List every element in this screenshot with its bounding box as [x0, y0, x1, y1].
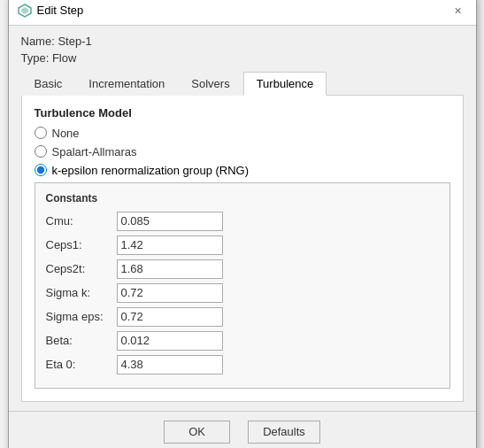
const-input-cmu[interactable] [117, 212, 223, 231]
const-row-cmu: Cmu: [46, 212, 439, 231]
step-name-row: Name: Step-1 [21, 35, 464, 48]
radio-none[interactable] [35, 127, 47, 139]
const-label-sigmaeps: Sigma eps: [46, 310, 117, 323]
const-label-cmu: Cmu: [46, 214, 117, 228]
const-row-ceps1: Ceps1: [46, 236, 439, 255]
const-input-sigmaeps[interactable] [117, 307, 223, 327]
turbulence-section-title: Turbulence Model [35, 106, 450, 120]
tab-content-turbulence: Turbulence Model None Spalart-Allmaras k… [21, 96, 464, 402]
const-row-ceps2t: Ceps2t: [46, 259, 439, 279]
app-icon [18, 4, 32, 18]
title-bar-left: Edit Step [18, 4, 84, 18]
radio-kepsilon-row: k-epsilon renormalization group (RNG) [35, 164, 450, 177]
const-label-ceps1: Ceps1: [46, 238, 117, 251]
ok-button[interactable]: OK [164, 421, 230, 444]
tabs-bar: Basic Incrementation Solvers Turbulence [21, 72, 464, 96]
dialog-footer: OK Defaults [9, 411, 476, 449]
radio-kepsilon-label[interactable]: k-epsilon renormalization group (RNG) [52, 164, 250, 177]
constants-box: Constants Cmu: Ceps1: Ceps2t: Sigma k: [35, 182, 450, 389]
const-input-ceps1[interactable] [117, 236, 223, 255]
dialog-title: Edit Step [37, 4, 84, 17]
const-row-eta0: Eta 0: [46, 355, 439, 375]
radio-none-row: None [35, 127, 450, 140]
const-row-sigmak: Sigma k: [46, 283, 439, 303]
const-label-ceps2t: Ceps2t: [46, 262, 117, 275]
radio-kepsilon[interactable] [35, 164, 47, 176]
name-value: Step-1 [58, 35, 91, 48]
const-row-sigmaeps: Sigma eps: [46, 307, 439, 327]
edit-step-dialog: Edit Step × Name: Step-1 Type: Flow Basi… [8, 0, 477, 448]
const-label-eta0: Eta 0: [46, 358, 117, 371]
defaults-button[interactable]: Defaults [248, 421, 320, 444]
const-row-beta: Beta: [46, 331, 439, 351]
const-input-sigmak[interactable] [117, 283, 223, 303]
radio-spalart-row: Spalart-Allmaras [35, 145, 450, 158]
name-label: Name: [21, 35, 55, 48]
radio-spalart-label[interactable]: Spalart-Allmaras [52, 145, 137, 158]
const-input-ceps2t[interactable] [117, 259, 223, 279]
tab-turbulence[interactable]: Turbulence [243, 72, 327, 96]
type-label: Type: [21, 51, 50, 65]
tab-incrementation[interactable]: Incrementation [75, 72, 178, 96]
type-value: Flow [52, 51, 76, 65]
const-label-sigmak: Sigma k: [46, 286, 117, 299]
const-input-beta[interactable] [117, 331, 223, 351]
tab-basic[interactable]: Basic [21, 72, 76, 96]
step-type-row: Type: Flow [21, 51, 464, 65]
dialog-body: Name: Step-1 Type: Flow Basic Incrementa… [9, 26, 476, 411]
title-bar: Edit Step × [9, 0, 476, 26]
radio-none-label[interactable]: None [52, 127, 80, 140]
svg-marker-1 [21, 7, 28, 14]
tab-solvers[interactable]: Solvers [178, 72, 242, 96]
constants-title: Constants [46, 192, 439, 205]
close-button[interactable]: × [449, 2, 467, 19]
radio-spalart[interactable] [35, 145, 47, 158]
const-label-beta: Beta: [46, 334, 117, 347]
const-input-eta0[interactable] [117, 355, 223, 375]
